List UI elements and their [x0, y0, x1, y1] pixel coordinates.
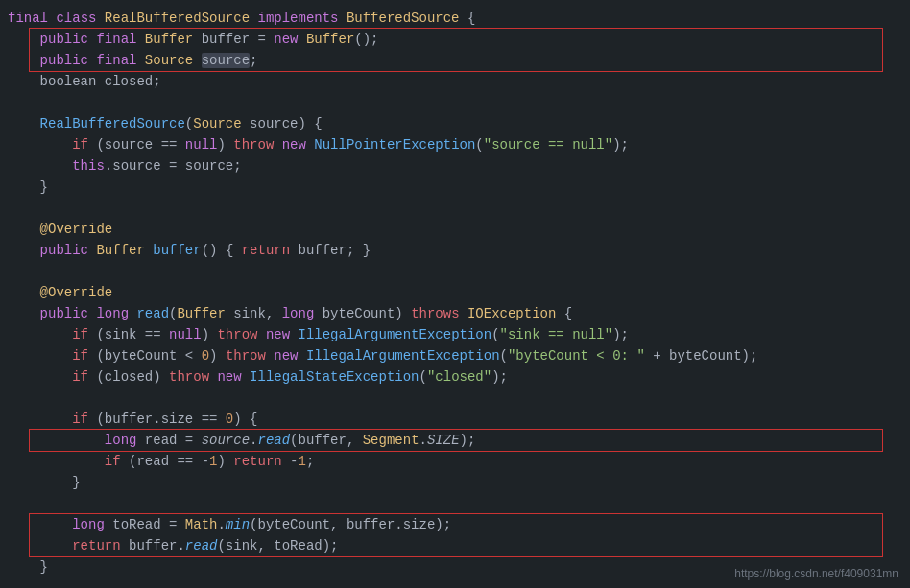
code-line: } [0, 176, 910, 198]
line-content: public long read(Buffer sink, long byteC… [0, 306, 900, 321]
token [274, 137, 281, 153]
token: 1 [299, 454, 306, 469]
token: "byteCount < 0: " [508, 348, 645, 364]
code-line: RealBufferedSource(Source source) { [0, 113, 910, 134]
token: Segment [363, 433, 419, 448]
code-line: public long read(Buffer sink, long byteC… [0, 303, 910, 324]
token [8, 158, 72, 174]
line-content: if (closed) throw new IllegalStateExcept… [0, 369, 900, 385]
token: final [8, 11, 56, 26]
token: } [8, 179, 48, 195]
token: throw [217, 327, 257, 342]
code-line: if (closed) throw new IllegalStateExcept… [0, 366, 910, 388]
token: BufferedSource [347, 11, 460, 26]
token: @Override [40, 285, 113, 300]
line-content: if (source == null) throw new NullPointe… [0, 137, 900, 153]
token: source) { [242, 116, 323, 131]
token: ); [460, 433, 476, 448]
line-content: public Buffer buffer() { return buffer; … [0, 243, 900, 258]
token: ( [419, 369, 427, 385]
token: Math [185, 517, 218, 532]
token: { [460, 11, 476, 26]
token: public [40, 243, 97, 258]
token [8, 369, 72, 385]
token: (buffer, [290, 433, 363, 448]
code-line: @Override [0, 282, 910, 303]
token: IOException [467, 306, 556, 321]
line-content: if (sink == null) throw new IllegalArgum… [0, 327, 900, 342]
code-container: final class RealBufferedSource implement… [0, 0, 910, 588]
line-content: final class RealBufferedSource implement… [0, 11, 900, 26]
token: buffer. [121, 538, 185, 553]
line-content: if (read == -1) return -1; [0, 454, 900, 469]
token [257, 327, 265, 342]
code-line: if (byteCount < 0) throw new IllegalArgu… [0, 345, 910, 366]
line-content [0, 200, 900, 216]
token: .source = source; [105, 158, 242, 174]
line-content: } [0, 179, 900, 195]
token [8, 433, 105, 448]
token: throw [226, 348, 266, 364]
token: IllegalArgumentException [299, 327, 492, 342]
line-content: if (buffer.size == 0) { [0, 412, 900, 427]
code-line: return buffer.read(sink, toRead); [0, 535, 910, 556]
token: IllegalArgumentException [306, 348, 500, 364]
token: + byteCount); [645, 348, 758, 364]
code-line: @Override [0, 219, 910, 240]
code-line [0, 198, 910, 219]
line-content: if (byteCount < 0) throw new IllegalArgu… [0, 348, 900, 364]
token: 0 [226, 412, 233, 427]
token [193, 53, 201, 68]
code-line: long toRead = Math.min(byteCount, buffer… [0, 514, 910, 535]
code-line [0, 493, 910, 514]
token: source [202, 53, 250, 68]
token: long [96, 306, 136, 321]
token: public [40, 32, 97, 47]
token: new [274, 32, 306, 47]
token: class [56, 11, 104, 26]
token [8, 327, 72, 342]
code-line [0, 388, 910, 409]
line-content: return buffer.read(sink, toRead); [0, 538, 900, 553]
token: ); [612, 137, 629, 153]
token: new [282, 137, 315, 153]
token: Source [145, 53, 193, 68]
token [8, 348, 72, 364]
token: ); [612, 327, 629, 342]
token: - [282, 454, 299, 469]
token: long [72, 517, 105, 532]
token: if [72, 348, 88, 364]
token: "source == null" [484, 137, 612, 153]
token: (sink == [88, 327, 169, 342]
token: byteCount) [314, 306, 411, 321]
watermark: https://blog.csdn.net/f409031mn [734, 567, 898, 580]
token: (); [354, 32, 378, 47]
token: NullPointerException [314, 137, 475, 153]
line-content: long toRead = Math.min(byteCount, buffer… [0, 517, 900, 532]
token: 0 [202, 348, 209, 364]
token [8, 517, 72, 532]
token: implements [257, 11, 346, 26]
token [8, 412, 72, 427]
token [8, 222, 40, 237]
code-line: final class RealBufferedSource implement… [0, 8, 910, 29]
token [8, 285, 40, 300]
token [8, 454, 105, 469]
token: . [217, 517, 225, 532]
token: (source == [88, 137, 185, 153]
code-line: public final Buffer buffer = new Buffer(… [0, 29, 910, 50]
token: ( [475, 137, 483, 153]
code-line [0, 92, 910, 113]
code-line: public Buffer buffer() { return buffer; … [0, 240, 910, 261]
token: RealBufferedSource [40, 116, 185, 131]
token: . [419, 433, 427, 448]
line-content: RealBufferedSource(Source source) { [0, 116, 900, 131]
token: (byteCount, buffer.size); [250, 517, 451, 532]
token: } [8, 559, 48, 575]
token: IllegalStateException [250, 369, 419, 385]
token: ( [491, 327, 499, 342]
code-line: long read = source.read(buffer, Segment.… [0, 430, 910, 451]
token: return [233, 454, 281, 469]
token: ) [209, 348, 226, 364]
token: null [185, 137, 218, 153]
